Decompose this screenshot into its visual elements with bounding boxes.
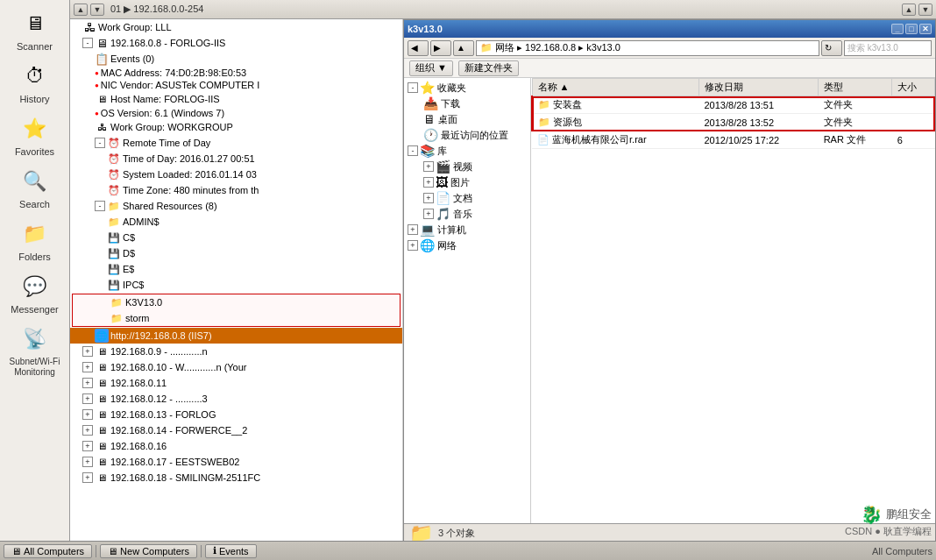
tree-cs-label: C$ <box>123 232 135 243</box>
scanner-icon: 🖥 <box>19 8 51 39</box>
tree-os[interactable]: ● OS Version: 6.1 (Windows 7) <box>70 107 402 119</box>
tree-storm[interactable]: 📁 storm <box>73 310 400 326</box>
tree-es[interactable]: 💾 E$ <box>70 261 402 277</box>
col-type[interactable]: 类型 <box>819 79 892 96</box>
nav-docs[interactable]: + 📄 文档 <box>406 190 528 206</box>
expand-network[interactable]: + <box>408 240 418 251</box>
expand-favorites[interactable]: - <box>408 82 418 93</box>
tree-timezone[interactable]: ⏰ Time Zone: 480 minutes from th <box>70 182 402 198</box>
tree-admin[interactable]: 📁 ADMIN$ <box>70 214 402 230</box>
nav-desktop[interactable]: 🖥 桌面 <box>406 111 528 127</box>
tree-expand-host4[interactable]: + <box>82 378 93 388</box>
nav-recent[interactable]: 🕐 最近访问的位置 <box>406 127 528 143</box>
table-row[interactable]: 📄 蓝海机械有限公司r.rar 2012/10/25 17:22 RAR 文件 … <box>532 131 935 149</box>
expand-docs[interactable]: + <box>423 193 434 203</box>
scroll-up-btn[interactable]: ▲ <box>74 4 88 16</box>
nav-computer[interactable]: + 💻 计算机 <box>406 222 528 237</box>
sysload-icon: ⏰ <box>107 167 121 181</box>
right-scroll-down[interactable]: ▼ <box>918 4 932 16</box>
taskbar-events[interactable]: ℹ Events <box>205 544 257 558</box>
tree-workgroup2[interactable]: 🖧 Work Group: WORKGROUP <box>70 119 402 135</box>
back-btn[interactable]: ◀ <box>408 40 429 56</box>
tree-hostname[interactable]: 🖥 Host Name: FORLOG-IIS <box>70 91 402 107</box>
tree-workgroup1[interactable]: 🖧 Work Group: LLL <box>70 19 402 35</box>
tree-host6[interactable]: + 🖥 192.168.0.13 - FORLOG <box>70 407 402 422</box>
table-row[interactable]: 📁 资源包 2013/8/28 13:52 文件夹 <box>532 114 935 131</box>
tree-cs[interactable]: 💾 C$ <box>70 230 402 245</box>
tree-expand-host9[interactable]: + <box>82 457 93 467</box>
search-box[interactable]: 搜索 k3v13.0 <box>844 40 932 56</box>
expand-library[interactable]: - <box>408 145 418 156</box>
tree-expand-host7[interactable]: + <box>82 425 93 436</box>
nav-library[interactable]: - 📚 库 <box>406 143 528 159</box>
expand-video[interactable]: + <box>423 161 434 172</box>
shared-icon: 📁 <box>107 199 121 213</box>
tree-k3v13[interactable]: 📁 K3V13.0 <box>73 294 400 310</box>
tree-host10[interactable]: + 🖥 192.168.0.18 - SMILINGM-2511FC <box>70 470 402 486</box>
organize-btn[interactable]: 组织 ▼ <box>409 60 453 76</box>
tree-nic[interactable]: ● NIC Vendor: ASUSTek COMPUTER I <box>70 79 402 91</box>
col-size[interactable]: 大小 <box>892 79 935 96</box>
tree-ds[interactable]: 💾 D$ <box>70 245 402 261</box>
tree-ipcs[interactable]: 💾 IPC$ <box>70 277 402 293</box>
close-btn[interactable]: ✕ <box>919 24 932 34</box>
maximize-btn[interactable]: □ <box>905 24 918 34</box>
expand-pictures[interactable]: + <box>423 177 434 188</box>
tree-sysload[interactable]: ⏰ System Loaded: 2016.01.14 03 <box>70 167 402 182</box>
sidebar-item-messenger[interactable]: 💬 Messenger <box>3 267 67 318</box>
tree-host4[interactable]: + 🖥 192.168.0.11 <box>70 375 402 391</box>
tree-http[interactable]: 🌐 http://192.168.0.8 (IIS7) <box>70 328 402 344</box>
expand-computer[interactable]: + <box>408 224 418 235</box>
forward-btn[interactable]: ▶ <box>430 40 451 56</box>
tree-expand-host6[interactable]: + <box>82 409 93 420</box>
tree-host7[interactable]: + 🖥 192.168.0.14 - FORWERCE__2 <box>70 422 402 438</box>
scroll-down-btn[interactable]: ▼ <box>90 4 104 16</box>
tree-expand-remote[interactable]: - <box>95 138 105 148</box>
tree-host3[interactable]: + 🖥 192.168.0.10 - W............n (Your <box>70 359 402 375</box>
tree-expand-host2[interactable]: + <box>82 346 93 357</box>
up-btn[interactable]: ▲ <box>453 40 474 56</box>
right-scroll-up[interactable]: ▲ <box>902 4 916 16</box>
tree-time1[interactable]: ⏰ Time of Day: 2016.01.27 00:51 <box>70 151 402 167</box>
tree-mac[interactable]: ● MAC Address: 74:D0:2B:98:E0:53 <box>70 67 402 79</box>
host5-icon: 🖥 <box>95 392 109 406</box>
col-date[interactable]: 修改日期 <box>699 79 819 96</box>
address-path[interactable]: 📁 网络 ▸ 192.168.0.8 ▸ k3v13.0 <box>476 40 819 56</box>
tree-expand-host1[interactable]: - <box>82 38 93 48</box>
nav-video[interactable]: + 🎬 视频 <box>406 159 528 174</box>
tree-host9[interactable]: + 🖥 192.168.0.17 - EESTSWEB02 <box>70 454 402 470</box>
tree-expand-host5[interactable]: + <box>82 393 93 404</box>
tree-shared[interactable]: - 📁 Shared Resources (8) <box>70 198 402 214</box>
sidebar-item-search[interactable]: 🔍 Search <box>3 162 67 213</box>
nav-music[interactable]: + 🎵 音乐 <box>406 206 528 222</box>
tree-expand-host10[interactable]: + <box>82 472 93 483</box>
tree-host1[interactable]: - 🖥 192.168.0.8 - FORLOG-IIS <box>70 35 402 51</box>
nav-downloads[interactable]: 📥 下载 <box>406 96 528 111</box>
file-size: 6 <box>892 131 935 149</box>
tree-expand-host8[interactable]: + <box>82 441 93 451</box>
sidebar-item-history[interactable]: ⏱ History <box>3 57 67 108</box>
nav-favorites[interactable]: - ⭐ 收藏夹 <box>406 80 528 96</box>
expand-music[interactable]: + <box>423 209 434 219</box>
tree-host5[interactable]: + 🖥 192.168.0.12 - ..........3 <box>70 391 402 407</box>
sidebar-item-favorites[interactable]: ⭐ Favorites <box>3 110 67 160</box>
nav-network[interactable]: + 🌐 网络 <box>406 237 528 253</box>
refresh-btn[interactable]: ↻ <box>821 40 842 56</box>
tree-expand-shared[interactable]: - <box>95 201 105 211</box>
tree-shared-label: Shared Resources (8) <box>123 201 217 211</box>
tree-host8[interactable]: + 🖥 192.168.0.16 <box>70 438 402 454</box>
tree-remote[interactable]: - ⏰ Remote Time of Day <box>70 135 402 151</box>
sidebar-item-folders[interactable]: 📁 Folders <box>3 215 67 266</box>
sidebar-item-scanner[interactable]: 🖥 Scanner <box>3 4 67 55</box>
minimize-btn[interactable]: _ <box>891 24 904 34</box>
sidebar-item-subnet[interactable]: 📡 Subnet/Wi-Fi Monitoring <box>3 320 67 381</box>
nav-pictures[interactable]: + 🖼 图片 <box>406 174 528 190</box>
tree-host2[interactable]: + 🖥 192.168.0.9 - ............n <box>70 344 402 359</box>
tree-events[interactable]: 📋 Events (0) <box>70 51 402 67</box>
col-name[interactable]: 名称 ▲ <box>532 79 699 96</box>
tree-expand-host3[interactable]: + <box>82 362 93 372</box>
table-row[interactable]: 📁 安装盘 2013/8/28 13:51 文件夹 <box>532 96 935 114</box>
new-folder-btn[interactable]: 新建文件夹 <box>458 60 519 76</box>
taskbar-all-computers[interactable]: 🖥 All Computers <box>4 544 92 558</box>
taskbar-new-computers[interactable]: 🖥 New Computers <box>100 544 197 558</box>
